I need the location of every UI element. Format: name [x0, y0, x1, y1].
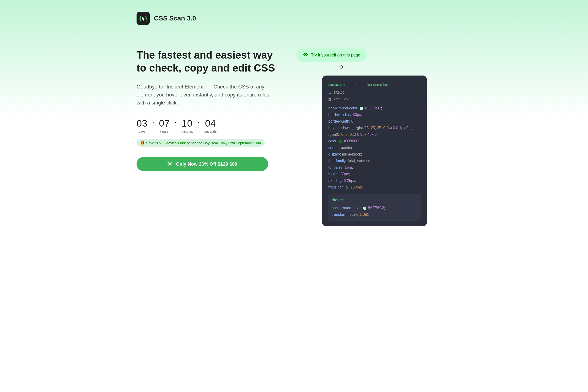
inspector-classes: .btn .demo-btn .first-demo-btn: [341, 82, 388, 86]
countdown-hours-label: hours: [159, 130, 170, 134]
inspector-size-val: 272x50: [334, 90, 344, 96]
color-swatch: [339, 140, 342, 143]
css-rule: font-family: Arial, sans-serif;: [328, 158, 421, 164]
css-rule: height: 50px;: [328, 171, 421, 178]
try-label: Try it yourself on this page: [311, 53, 360, 58]
hover-title: :hover: [332, 197, 417, 203]
svg-text:}: }: [145, 15, 147, 22]
cart-icon: [167, 161, 173, 167]
gift-icon: 🎁: [140, 141, 145, 145]
css-rule: transform: scale(1.05);: [332, 211, 417, 218]
countdown-hours-num: 07: [159, 118, 170, 129]
inspector-font: Arial 16px: [328, 96, 421, 102]
header: { } CSS Scan 3.0: [137, 12, 451, 25]
inspector-size: 272x50: [328, 90, 421, 96]
deal-text: Save 26% - Mexico's Independence Day Dea…: [146, 141, 261, 145]
inspector-selector: button .btn .demo-btn .first-demo-btn: [328, 81, 421, 88]
countdown-separator: :: [175, 118, 177, 128]
css-rule: transition: all 200ms;: [328, 184, 421, 190]
inspector-tag: button: [328, 82, 341, 87]
deal-banner: 🎁 Save 26% - Mexico's Independence Day D…: [137, 139, 265, 146]
css-rule: cursor: pointer;: [328, 144, 421, 151]
countdown-days-label: days: [137, 130, 148, 134]
countdown-days: 03 days: [137, 118, 148, 134]
countdown-seconds-num: 04: [204, 118, 217, 129]
eye-icon: [303, 52, 308, 58]
css-rule: box-shadow: rgba(25, 25, 25, 0.04) 0 0 1…: [328, 125, 421, 138]
countdown-separator: :: [152, 118, 154, 128]
css-rule: padding: 0 25px;: [328, 178, 421, 184]
css-rule: background-color: #C2FBD7;: [328, 105, 421, 112]
color-swatch: [411, 126, 414, 130]
color-swatch: [360, 107, 363, 110]
css-rule: color: #008000;: [328, 138, 421, 144]
inspector-rules: background-color: #C2FBD7; border-radius…: [328, 105, 421, 190]
buy-button[interactable]: Only Now 26% Off $120 $89: [137, 157, 268, 171]
brand-name: CSS Scan 3.0: [154, 14, 196, 22]
inspector-font-val: Arial 16px: [334, 96, 348, 102]
color-swatch: [363, 206, 366, 210]
svg-marker-2: [142, 16, 145, 21]
cta-old-price: $120: [218, 162, 228, 166]
try-it-button[interactable]: Try it yourself on this page: [296, 48, 367, 62]
css-rule: display: inline-block;: [328, 151, 421, 158]
pointer-icon: [339, 64, 451, 70]
subheadline: Goodbye to "Inspect Element" — Check the…: [137, 83, 278, 107]
countdown-hours: 07 hours: [159, 118, 170, 134]
color-swatch: [351, 126, 354, 130]
svg-text:{: {: [139, 15, 142, 22]
countdown-timer: 03 days : 07 hours : 10 minutes : 04 sec…: [137, 118, 278, 134]
logo-icon: { }: [137, 12, 150, 25]
ruler-icon: [328, 91, 332, 94]
countdown-seconds: 04 seconds: [204, 118, 217, 134]
cta-prefix: Only Now 26% Off: [176, 162, 218, 166]
countdown-minutes-num: 10: [182, 118, 193, 129]
inspector-hover-block: :hover background-color: #AFE6C3; transf…: [328, 194, 421, 221]
countdown-separator: :: [198, 118, 200, 128]
countdown-minutes-label: minutes: [182, 130, 193, 134]
css-rule: font-size: 1em;: [328, 164, 421, 171]
countdown-minutes: 10 minutes: [182, 118, 193, 134]
css-rule: border-width: 0;: [328, 118, 421, 125]
headline: The fastest and easiest way to check, co…: [137, 48, 278, 74]
countdown-days-num: 03: [137, 118, 148, 129]
cta-label: Only Now 26% Off $120 $89: [176, 162, 237, 167]
cta-new-price: $89: [228, 162, 237, 166]
css-rule: background-color: #AFE6C3;: [332, 205, 417, 211]
css-inspector-panel: button .btn .demo-btn .first-demo-btn 27…: [322, 76, 427, 226]
css-rule: border-radius: 50px;: [328, 112, 421, 118]
countdown-seconds-label: seconds: [204, 130, 217, 134]
font-icon: [328, 98, 332, 101]
